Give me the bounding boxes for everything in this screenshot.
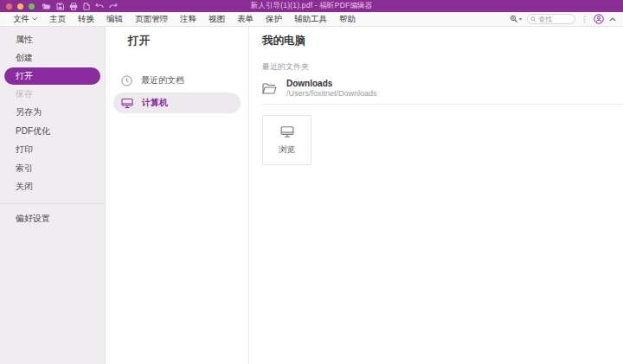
sidebar-item-close-label: 关闭	[16, 181, 33, 193]
sidebar-item-properties-label: 属性	[16, 34, 33, 46]
sidebar-item-open-label: 打开	[16, 70, 33, 82]
sidebar-item-print[interactable]: 打印	[0, 141, 105, 160]
sidebar-item-close[interactable]: 关闭	[0, 178, 105, 197]
titlebar: 新人引导(1)(1).pdf - 福昕PDF编辑器	[0, 0, 623, 12]
advanced-search-button[interactable]: ▾	[510, 15, 522, 23]
folder-info: Downloads /Users/foxitnet/Downloads	[286, 79, 377, 98]
folder-name: Downloads	[286, 79, 377, 88]
new-document-icon[interactable]	[83, 3, 90, 10]
undo-icon[interactable]	[95, 3, 104, 10]
menu-file[interactable]: 文件	[13, 14, 37, 25]
menu-page-management-label: 页面管理	[135, 14, 168, 25]
menu-view[interactable]: 视图	[209, 14, 225, 25]
chevron-up-icon	[609, 17, 616, 22]
sidebar-item-print-label: 打印	[16, 144, 33, 156]
search-icon	[530, 16, 536, 22]
quick-access-toolbar	[42, 3, 118, 10]
search-options-icon	[510, 15, 518, 23]
sidebar-item-preferences[interactable]: 偏好设置	[0, 209, 105, 228]
menu-edit[interactable]: 编辑	[106, 14, 123, 25]
open-file-icon[interactable]	[42, 3, 51, 10]
collapse-toolbar-button[interactable]	[609, 17, 616, 22]
sidebar-item-create[interactable]: 创建	[0, 49, 105, 68]
menubar-right-controls: ▾ ⋮	[510, 14, 616, 24]
browse-button[interactable]: 浏览	[262, 115, 312, 165]
minimize-window-button[interactable]	[17, 3, 23, 10]
menu-file-label: 文件	[13, 14, 29, 25]
app-window: 新人引导(1)(1).pdf - 福昕PDF编辑器 文件 主页 转换 编辑 页面…	[0, 0, 623, 364]
sidebar-item-properties[interactable]: 属性	[0, 30, 105, 49]
computer-browse-icon	[280, 125, 294, 138]
menu-home[interactable]: 主页	[49, 14, 66, 25]
sidebar-item-index-label: 索引	[16, 163, 33, 175]
my-computer-panel: 我的电脑 最近的文件夹 Downloads /Users/foxitnet/Do…	[249, 27, 623, 364]
open-panel-title: 打开	[128, 34, 248, 48]
folder-path: /Users/foxitnet/Downloads	[286, 89, 377, 98]
menu-accessibility-tools-label: 辅助工具	[294, 14, 327, 25]
menu-protect-label: 保护	[266, 14, 282, 25]
search-input[interactable]	[538, 16, 572, 23]
save-icon[interactable]	[56, 3, 64, 10]
menu-page-management[interactable]: 页面管理	[135, 14, 168, 25]
computer-icon	[121, 98, 133, 109]
sidebar-item-save: 保存	[0, 85, 105, 104]
chevron-down-icon	[32, 17, 37, 21]
zoom-window-button[interactable]	[29, 3, 35, 10]
traffic-lights	[6, 3, 35, 10]
recent-folders-label: 最近的文件夹	[262, 61, 623, 73]
content-title: 我的电脑	[262, 34, 623, 48]
menu-items: 文件 主页 转换 编辑 页面管理 注释 视图 表单 保护 辅助工具 帮助	[13, 14, 356, 25]
menu-form-label: 表单	[237, 14, 254, 25]
menu-help-label: 帮助	[339, 14, 356, 25]
menu-form[interactable]: 表单	[237, 14, 254, 25]
sidebar-item-save-as-label: 另存为	[16, 106, 42, 118]
open-location-computer[interactable]: 计算机	[113, 93, 241, 113]
menu-protect[interactable]: 保护	[266, 14, 282, 25]
sidebar-item-preferences-label: 偏好设置	[16, 213, 50, 225]
clock-icon	[121, 75, 132, 86]
file-menu-sidebar: 属性 创建 打开 保存 另存为 PDF优化 打印 索引 关闭 偏好设置	[0, 27, 106, 364]
menu-comment-label: 注释	[180, 14, 196, 25]
close-window-button[interactable]	[6, 3, 12, 10]
open-location-recent-documents[interactable]: 最近的文档	[113, 70, 241, 91]
sidebar-divider	[0, 203, 105, 204]
menu-convert-label: 转换	[78, 14, 94, 25]
menu-comment[interactable]: 注释	[180, 14, 196, 25]
caret-down-icon: ▾	[519, 16, 522, 22]
open-panel: 打开 最近的文档 计算机	[106, 27, 249, 364]
search-box[interactable]	[527, 14, 575, 24]
computer-label: 计算机	[142, 97, 168, 109]
sidebar-item-create-label: 创建	[16, 52, 33, 64]
sidebar-item-save-label: 保存	[16, 88, 33, 100]
menu-edit-label: 编辑	[106, 14, 123, 25]
sidebar-item-save-as[interactable]: 另存为	[0, 104, 105, 123]
menubar: 文件 主页 转换 编辑 页面管理 注释 视图 表单 保护 辅助工具 帮助 ▾ ⋮	[0, 12, 623, 27]
open-locations-list: 最近的文档 计算机	[106, 70, 248, 113]
account-button[interactable]	[594, 14, 604, 24]
menu-view-label: 视图	[209, 14, 225, 25]
menu-home-label: 主页	[49, 14, 66, 25]
account-icon	[594, 14, 604, 24]
menu-help[interactable]: 帮助	[339, 14, 356, 25]
sidebar-item-open[interactable]: 打开	[4, 67, 100, 85]
sidebar-item-pdf-optimize-label: PDF优化	[16, 125, 50, 137]
print-icon[interactable]	[69, 3, 78, 10]
backstage-view: 属性 创建 打开 保存 另存为 PDF优化 打印 索引 关闭 偏好设置 打开 最…	[0, 27, 623, 364]
redo-icon[interactable]	[109, 3, 118, 10]
recent-documents-label: 最近的文档	[141, 74, 184, 86]
sidebar-item-pdf-optimize[interactable]: PDF优化	[0, 122, 105, 141]
menu-convert[interactable]: 转换	[78, 14, 94, 25]
menu-accessibility-tools[interactable]: 辅助工具	[294, 14, 327, 25]
folder-icon	[262, 82, 277, 95]
sidebar-item-index[interactable]: 索引	[0, 159, 105, 178]
content-divider	[262, 104, 623, 105]
more-options-button[interactable]: ⋮	[581, 16, 588, 23]
recent-folder-downloads[interactable]: Downloads /Users/foxitnet/Downloads	[262, 79, 623, 98]
browse-label: 浏览	[279, 144, 295, 156]
